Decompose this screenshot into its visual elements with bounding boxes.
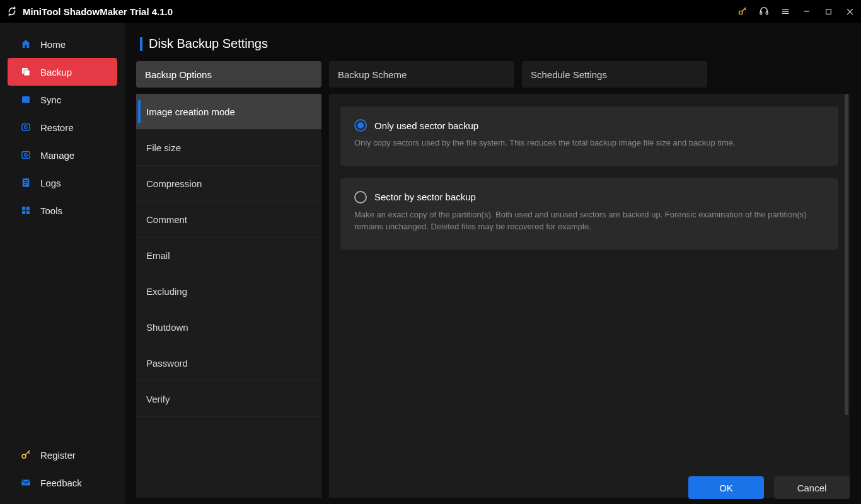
settings-item-verify[interactable]: Verify	[136, 381, 321, 417]
close-icon[interactable]	[845, 6, 855, 16]
sidebar-item-label: Restore	[40, 122, 74, 133]
tab-backup-scheme[interactable]: Backup Scheme	[329, 61, 514, 88]
key-icon	[20, 449, 32, 461]
svg-point-0	[739, 11, 743, 14]
headset-icon[interactable]	[759, 6, 769, 16]
settings-list: Image creation mode File size Compressio…	[136, 94, 321, 498]
radio-option-used-sector[interactable]: Only used sector backup	[354, 119, 824, 132]
settings-item-label: Password	[146, 358, 188, 369]
svg-rect-21	[26, 207, 30, 210]
settings-item-label: File size	[146, 142, 181, 153]
key-icon[interactable]	[737, 6, 748, 16]
radio-option-sector-by-sector[interactable]: Sector by sector backup	[354, 191, 824, 203]
settings-item-image-creation-mode[interactable]: Image creation mode	[136, 94, 321, 130]
svg-rect-18	[24, 182, 28, 183]
ok-button[interactable]: OK	[688, 476, 764, 499]
scrollbar[interactable]	[845, 94, 848, 415]
sidebar-item-label: Feedback	[40, 478, 82, 488]
tools-icon	[20, 205, 32, 216]
logs-icon	[20, 177, 32, 188]
sidebar-item-register[interactable]: Register	[8, 441, 117, 469]
sidebar-item-tools[interactable]: Tools	[8, 197, 117, 224]
settings-item-label: Verify	[146, 394, 170, 404]
svg-rect-20	[22, 207, 25, 210]
maximize-icon[interactable]	[823, 6, 833, 16]
svg-rect-17	[24, 180, 28, 181]
app-logo-icon	[6, 6, 18, 17]
svg-rect-11	[24, 70, 30, 76]
settings-pane: Only used sector backup Only copy sector…	[329, 94, 850, 498]
settings-item-label: Compression	[146, 178, 202, 189]
sidebar-item-home[interactable]: Home	[8, 30, 117, 58]
tab-row: Backup Options Backup Scheme Schedule Se…	[136, 61, 850, 88]
svg-point-24	[22, 454, 26, 458]
sidebar-item-label: Manage	[40, 150, 74, 161]
sidebar-item-manage[interactable]: Manage	[8, 141, 117, 169]
settings-item-label: Comment	[146, 214, 187, 225]
settings-item-compression[interactable]: Compression	[136, 166, 321, 202]
option-card-used-sector: Only used sector backup Only copy sector…	[340, 106, 838, 166]
radio-icon	[354, 191, 367, 203]
svg-rect-19	[24, 184, 26, 185]
svg-rect-25	[21, 480, 30, 486]
menu-icon[interactable]	[780, 6, 790, 16]
svg-rect-22	[22, 211, 25, 214]
settings-item-excluding[interactable]: Excluding	[136, 273, 321, 309]
settings-item-label: Email	[146, 250, 170, 261]
restore-icon	[20, 122, 32, 133]
tab-label: Backup Options	[145, 69, 212, 80]
sidebar-item-backup[interactable]: Backup	[8, 58, 117, 86]
backup-icon	[20, 66, 32, 77]
svg-point-15	[25, 154, 28, 157]
settings-item-label: Shutdown	[146, 322, 188, 333]
page-title: Disk Backup Settings	[149, 37, 268, 51]
tab-label: Backup Scheme	[338, 69, 407, 80]
sidebar-item-feedback[interactable]: Feedback	[8, 469, 117, 496]
radio-icon	[354, 119, 367, 132]
sidebar-item-label: Logs	[40, 178, 61, 188]
option-title: Only used sector backup	[374, 120, 478, 131]
sidebar-item-restore[interactable]: Restore	[8, 113, 117, 141]
svg-rect-14	[22, 152, 30, 159]
mail-icon	[20, 477, 32, 488]
sidebar-item-label: Register	[40, 450, 76, 461]
option-description: Only copy sectors used by the file syste…	[354, 137, 824, 149]
titlebar: MiniTool ShadowMaker Trial 4.1.0	[0, 0, 861, 23]
sync-icon	[20, 94, 32, 105]
svg-rect-7	[826, 9, 831, 14]
cancel-button[interactable]: Cancel	[774, 476, 850, 499]
sidebar-item-label: Home	[40, 39, 66, 50]
manage-icon	[20, 149, 32, 161]
minimize-icon[interactable]	[802, 6, 812, 16]
sidebar-item-sync[interactable]: Sync	[8, 86, 117, 113]
settings-item-password[interactable]: Password	[136, 345, 321, 381]
svg-rect-2	[766, 12, 768, 14]
sidebar-item-label: Backup	[40, 67, 72, 77]
tab-backup-options[interactable]: Backup Options	[136, 61, 321, 88]
settings-item-email[interactable]: Email	[136, 238, 321, 273]
home-icon	[20, 38, 32, 50]
sidebar-item-logs[interactable]: Logs	[8, 169, 117, 197]
sidebar-item-label: Sync	[40, 94, 61, 105]
settings-item-shutdown[interactable]: Shutdown	[136, 309, 321, 345]
button-label: Cancel	[797, 483, 827, 493]
svg-rect-12	[22, 96, 30, 103]
option-title: Sector by sector backup	[374, 192, 476, 202]
svg-rect-1	[760, 12, 762, 14]
option-card-sector-by-sector: Sector by sector backup Make an exact co…	[340, 178, 838, 249]
settings-item-comment[interactable]: Comment	[136, 202, 321, 238]
tab-schedule-settings[interactable]: Schedule Settings	[522, 61, 707, 88]
app-title: MiniTool ShadowMaker Trial 4.1.0	[23, 6, 173, 17]
sidebar-item-label: Tools	[40, 205, 62, 216]
sidebar: Home Backup Sync Restore Manage Logs	[0, 23, 125, 504]
option-description: Make an exact copy of the partition(s). …	[354, 209, 824, 233]
settings-item-label: Image creation mode	[146, 106, 235, 117]
tab-label: Schedule Settings	[531, 69, 607, 80]
button-label: OK	[719, 483, 733, 493]
settings-item-label: Excluding	[146, 286, 187, 297]
svg-rect-23	[26, 211, 30, 214]
title-accent-bar	[140, 37, 142, 51]
settings-item-file-size[interactable]: File size	[136, 130, 321, 166]
content-area: Disk Backup Settings Backup Options Back…	[125, 23, 861, 504]
